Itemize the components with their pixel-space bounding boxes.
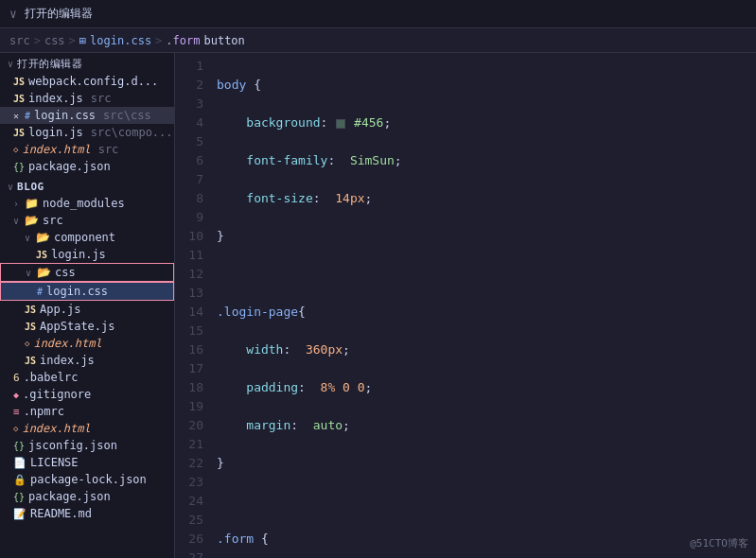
sidebar-item-readme[interactable]: 📝 README.md — [0, 505, 174, 522]
file-name: login.css — [46, 285, 108, 298]
file-name: .gitignore — [23, 388, 91, 401]
sidebar-item-login-js[interactable]: JS login.js src\compo... — [0, 124, 174, 141]
sidebar-item-index-html-root[interactable]: ◇ index.html — [0, 420, 174, 437]
sidebar-item-npmrc[interactable]: ≡ .npmrc — [0, 403, 174, 420]
sidebar-item-app-js[interactable]: JS App.js — [0, 301, 174, 318]
css-icon: # — [25, 111, 30, 121]
babel-icon: 6 — [13, 372, 20, 384]
file-name: login.js — [28, 126, 83, 139]
file-name: login.css — [34, 109, 96, 122]
file-name: package.json — [28, 160, 111, 173]
sidebar-item-index-js[interactable]: JS index.js src — [0, 90, 174, 107]
file-name: LICENSE — [30, 456, 79, 469]
file-name: index.js — [40, 354, 95, 367]
folder-icon: 📂 — [36, 231, 50, 244]
json-icon: {} — [13, 441, 25, 451]
file-name: package-lock.json — [30, 473, 147, 486]
chevron-down-icon: ∨ — [25, 233, 30, 243]
sidebar-item-webpack[interactable]: JS webpack.config.d... — [0, 73, 174, 90]
folder-name: src — [43, 214, 63, 227]
sidebar-item-css-folder[interactable]: ∨ 📂 css — [0, 263, 174, 282]
js-icon: JS — [25, 356, 36, 366]
file-name: index.html — [22, 143, 90, 156]
code-content: body { background: #456; font-family: Si… — [211, 53, 756, 558]
json-icon: {} — [13, 162, 25, 172]
file-name: webpack.config.d... — [28, 75, 158, 88]
npm-icon: ≡ — [13, 406, 20, 418]
sidebar-item-index-html-src[interactable]: ◇ index.html — [0, 335, 174, 352]
file-name: index.html — [33, 337, 101, 350]
file-name: login.js — [51, 248, 106, 261]
sidebar-item-gitignore[interactable]: ◆ .gitignore — [0, 386, 174, 403]
bc-button[interactable]: button — [203, 34, 244, 47]
js-icon: JS — [13, 77, 25, 87]
file-detail: src — [91, 92, 112, 105]
sidebar-item-license[interactable]: 📄 LICENSE — [0, 454, 174, 471]
chevron-right-icon: › — [13, 199, 19, 209]
js-icon: JS — [25, 322, 36, 332]
js-icon: JS — [13, 128, 25, 138]
sidebar: ∨ 打开的编辑器 JS webpack.config.d... JS index… — [0, 53, 175, 558]
sidebar-item-node-modules[interactable]: › 📁 node_modules — [0, 195, 174, 212]
sidebar-item-login-js-src[interactable]: JS login.js — [0, 246, 174, 263]
chevron-down-icon: ∨ — [8, 59, 13, 69]
bc-form[interactable]: .form — [166, 34, 200, 47]
file-detail: src\css — [103, 109, 151, 122]
code-view[interactable]: 1 2 3 4 5 6 7 8 9 10 11 12 13 14 15 16 1… — [175, 53, 756, 558]
html-icon: ◇ — [13, 424, 18, 433]
file-detail: src\compo... — [91, 126, 173, 139]
file-name: index.html — [22, 422, 90, 435]
file-detail: src — [98, 143, 119, 156]
git-icon: ◆ — [13, 390, 19, 400]
x-icon[interactable]: ✕ — [13, 111, 19, 121]
html-icon: ◇ — [25, 339, 29, 348]
json-icon: {} — [13, 492, 25, 502]
main-content: ∨ 打开的编辑器 JS webpack.config.d... JS index… — [0, 53, 756, 558]
sidebar-item-component[interactable]: ∨ 📂 component — [0, 229, 174, 246]
bc-sep2: > — [69, 34, 76, 47]
sidebar-item-login-css[interactable]: ✕ # login.css src\css — [0, 107, 174, 124]
top-bar-title: 打开的编辑器 — [25, 6, 93, 22]
sidebar-item-package-lock-json[interactable]: 🔒 package-lock.json — [0, 471, 174, 488]
sidebar-item-src[interactable]: ∨ 📂 src — [0, 212, 174, 229]
bc-hash-icon: ⊞ — [79, 34, 86, 47]
sidebar-item-jsconfig-json[interactable]: {} jsconfig.json — [0, 437, 174, 454]
sidebar-item-appstate-js[interactable]: JS AppState.js — [0, 318, 174, 335]
file-name: index.js — [28, 92, 83, 105]
file-name: AppState.js — [40, 320, 114, 333]
open-editors-label: 打开的编辑器 — [17, 57, 82, 71]
chevron-icon: ∨ — [9, 7, 17, 21]
folder-icon: 📂 — [37, 266, 51, 279]
sidebar-item-login-css-src[interactable]: # login.css — [0, 282, 174, 301]
sidebar-item-index-js-src[interactable]: JS index.js — [0, 352, 174, 369]
editor-area: 1 2 3 4 5 6 7 8 9 10 11 12 13 14 15 16 1… — [175, 53, 756, 558]
chevron-down-icon: ∨ — [13, 216, 19, 226]
file-name: README.md — [30, 507, 92, 520]
folder-icon: 📂 — [25, 214, 39, 227]
js-icon: JS — [25, 305, 36, 315]
sidebar-item-package-json-root[interactable]: {} package.json — [0, 488, 174, 505]
folder-icon: 📁 — [25, 197, 39, 210]
readme-icon: 📝 — [13, 508, 26, 520]
sidebar-item-babelrc[interactable]: 6 .babelrc — [0, 369, 174, 386]
bc-src[interactable]: src — [9, 34, 30, 47]
blog-label: BLOG — [17, 181, 44, 193]
bc-logincss[interactable]: login.css — [90, 34, 151, 47]
bc-sep1: > — [34, 34, 41, 47]
file-name: .babelrc — [24, 371, 79, 384]
lock-icon: 🔒 — [13, 474, 26, 486]
blog-section-header[interactable]: ∨ BLOG — [0, 179, 174, 195]
folder-name: node_modules — [43, 197, 125, 210]
sidebar-item-package-json[interactable]: {} package.json — [0, 158, 174, 175]
open-editors-header[interactable]: ∨ 打开的编辑器 — [0, 55, 174, 73]
file-name: App.js — [40, 303, 80, 316]
file-name: package.json — [28, 490, 111, 503]
folder-name: css — [55, 266, 76, 279]
file-name: jsconfig.json — [28, 439, 117, 452]
sidebar-item-index-html[interactable]: ◇ index.html src — [0, 141, 174, 158]
bc-css[interactable]: css — [44, 34, 65, 47]
file-name: .npmrc — [24, 405, 64, 418]
html-icon: ◇ — [13, 145, 18, 154]
bc-sep3: > — [155, 34, 162, 47]
folder-name: component — [54, 231, 115, 244]
